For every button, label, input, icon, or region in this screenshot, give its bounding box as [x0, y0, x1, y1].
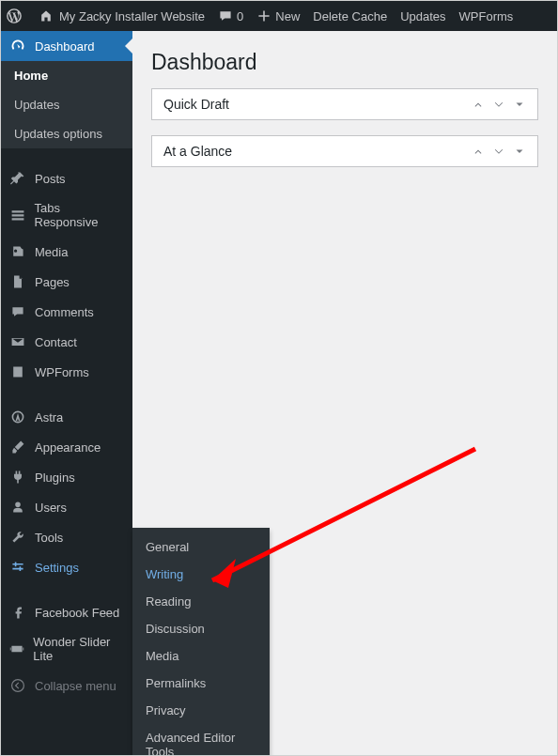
- sidebar-label: Media: [35, 245, 68, 259]
- site-link[interactable]: My Zacky Installer Website: [39, 8, 205, 23]
- move-down-button[interactable]: [492, 98, 505, 111]
- sidebar-item-updates[interactable]: Updates: [1, 90, 132, 119]
- sidebar-label: Posts: [35, 172, 66, 186]
- sidebar-item-updates-options[interactable]: Updates options: [1, 119, 132, 148]
- sidebar-item-settings[interactable]: Settings: [1, 552, 132, 582]
- sidebar-label: WPForms: [35, 365, 89, 379]
- form-icon: [8, 364, 27, 379]
- sidebar-label: Users: [35, 501, 67, 515]
- sidebar-item-facebook-feed[interactable]: Facebook Feed: [1, 597, 132, 627]
- sidebar-item-contact[interactable]: Contact: [1, 327, 132, 357]
- sidebar-item-media[interactable]: Media: [1, 237, 132, 267]
- topbar-delete-cache[interactable]: Delete Cache: [313, 9, 387, 23]
- sidebar-item-posts[interactable]: Posts: [1, 163, 132, 193]
- comments-link[interactable]: 0: [218, 8, 243, 23]
- submenu-item-general[interactable]: General: [132, 533, 270, 561]
- sidebar-label: Appearance: [35, 440, 101, 455]
- svg-point-1: [12, 680, 24, 692]
- toggle-panel-button[interactable]: [513, 98, 526, 111]
- sidebar-item-users[interactable]: Users: [1, 492, 132, 522]
- mail-icon: [8, 334, 27, 349]
- menu-separator: [1, 582, 132, 597]
- sidebar-label: Settings: [35, 561, 79, 575]
- sidebar-item-comments[interactable]: Comments: [1, 297, 132, 327]
- page-title: Dashboard: [151, 50, 538, 75]
- slider-icon: [8, 641, 25, 656]
- menu-separator: [1, 148, 132, 163]
- sidebar-item-pages[interactable]: Pages: [1, 267, 132, 297]
- collapse-icon: [8, 678, 27, 693]
- comment-icon: [8, 304, 27, 319]
- chevron-down-icon: [492, 145, 505, 158]
- wp-logo[interactable]: [7, 8, 25, 23]
- comments-count: 0: [237, 9, 243, 23]
- menu-separator: [1, 387, 132, 402]
- sidebar-item-wpforms[interactable]: WPForms: [1, 357, 132, 387]
- sidebar-label: Wonder Slider Lite: [33, 635, 125, 663]
- submenu-item-discussion[interactable]: Discussion: [132, 615, 270, 642]
- new-label: New: [275, 9, 300, 23]
- sidebar-item-dashboard[interactable]: Dashboard: [1, 31, 132, 61]
- facebook-icon: [8, 605, 27, 620]
- sidebar-label: Plugins: [35, 471, 75, 485]
- postbox-title: At a Glance: [163, 144, 464, 159]
- new-link[interactable]: New: [256, 8, 300, 23]
- sidebar-item-astra[interactable]: Astra: [1, 402, 132, 432]
- collapse-menu[interactable]: Collapse menu: [1, 671, 132, 701]
- move-down-button[interactable]: [492, 145, 505, 158]
- home-icon: [39, 8, 54, 23]
- sidebar-label: Facebook Feed: [35, 606, 119, 620]
- submenu-item-writing[interactable]: Writing: [132, 561, 270, 588]
- wrench-icon: [8, 530, 27, 545]
- pages-icon: [8, 274, 27, 289]
- plus-icon: [256, 8, 271, 23]
- sidebar-item-tabs-responsive[interactable]: Tabs Responsive: [1, 193, 132, 237]
- topbar-wpforms[interactable]: WPForms: [459, 9, 514, 23]
- chevron-up-icon: [472, 145, 485, 158]
- tabs-icon: [8, 208, 27, 223]
- submenu-item-media[interactable]: Media: [132, 642, 270, 670]
- sidebar-item-home[interactable]: Home: [1, 61, 132, 90]
- admin-topbar: My Zacky Installer Website 0 New Delete …: [1, 1, 557, 31]
- sidebar-item-plugins[interactable]: Plugins: [1, 462, 132, 492]
- admin-sidebar: Dashboard Home Updates Updates options P…: [1, 31, 132, 755]
- caret-down-icon: [513, 98, 526, 111]
- sidebar-item-tools[interactable]: Tools: [1, 522, 132, 552]
- topbar-updates[interactable]: Updates: [400, 9, 445, 23]
- sidebar-label: Tabs Responsive: [35, 201, 126, 229]
- plug-icon: [8, 470, 27, 485]
- postbox-title: Quick Draft: [163, 97, 464, 112]
- sidebar-label: Comments: [35, 305, 94, 319]
- dashboard-icon: [8, 39, 27, 54]
- submenu-item-privacy[interactable]: Privacy: [132, 697, 270, 724]
- chevron-down-icon: [492, 98, 505, 111]
- sidebar-label: Collapse menu: [35, 679, 116, 693]
- media-icon: [8, 244, 27, 259]
- move-up-button[interactable]: [472, 145, 485, 158]
- sidebar-label: Contact: [35, 335, 77, 349]
- chevron-up-icon: [472, 98, 485, 111]
- sidebar-label: Pages: [35, 275, 70, 289]
- astra-icon: [8, 409, 27, 424]
- brush-icon: [8, 440, 27, 455]
- postbox-quick-draft: Quick Draft: [151, 88, 538, 120]
- wordpress-icon: [7, 8, 22, 23]
- pin-icon: [8, 171, 27, 186]
- submenu-item-reading[interactable]: Reading: [132, 588, 270, 615]
- sidebar-label: Tools: [35, 531, 63, 545]
- sidebar-item-appearance[interactable]: Appearance: [1, 432, 132, 462]
- sliders-icon: [8, 560, 27, 575]
- postbox-at-a-glance: At a Glance: [151, 135, 538, 167]
- user-icon: [8, 500, 27, 515]
- comment-icon: [218, 8, 233, 23]
- sidebar-item-wonder-slider[interactable]: Wonder Slider Lite: [1, 627, 132, 671]
- sidebar-label: Dashboard: [35, 39, 95, 54]
- submenu-item-permalinks[interactable]: Permalinks: [132, 670, 270, 697]
- settings-submenu: General Writing Reading Discussion Media…: [132, 528, 270, 756]
- sidebar-label: Astra: [35, 410, 63, 424]
- move-up-button[interactable]: [472, 98, 485, 111]
- submenu-item-advanced-editor-tools[interactable]: Advanced Editor Tools: [132, 724, 270, 756]
- site-name: My Zacky Installer Website: [59, 9, 205, 23]
- toggle-panel-button[interactable]: [513, 145, 526, 158]
- caret-down-icon: [513, 145, 526, 158]
